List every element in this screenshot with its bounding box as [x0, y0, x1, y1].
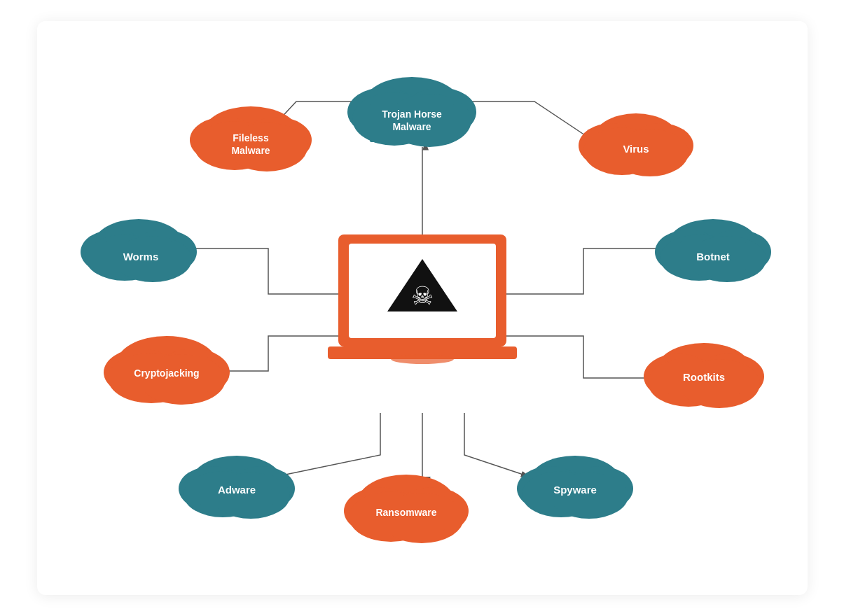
- node-spyware: Spyware: [517, 456, 633, 519]
- diagram-container: ☠ Trojan Horse Malware Virus: [37, 21, 808, 595]
- svg-text:Cryptojacking: Cryptojacking: [134, 368, 199, 379]
- node-cryptojacking: Cryptojacking: [104, 336, 230, 405]
- svg-text:Virus: Virus: [623, 143, 649, 155]
- svg-text:Rootkits: Rootkits: [683, 371, 725, 383]
- svg-text:Malware: Malware: [231, 145, 270, 156]
- node-adware: Adware: [179, 456, 295, 519]
- svg-text:Spyware: Spyware: [553, 484, 597, 496]
- node-worms: Worms: [81, 219, 197, 282]
- svg-text:Fileless: Fileless: [233, 132, 269, 144]
- svg-text:Botnet: Botnet: [696, 251, 730, 262]
- node-fileless: Fileless Malware: [190, 106, 312, 172]
- svg-text:Worms: Worms: [123, 251, 158, 262]
- node-trojan: Trojan Horse Malware: [347, 77, 476, 147]
- svg-point-7: [391, 354, 454, 364]
- node-virus: Virus: [579, 113, 693, 176]
- node-botnet: Botnet: [655, 219, 771, 282]
- node-rootkits: Rootkits: [644, 343, 764, 408]
- svg-text:Malware: Malware: [392, 121, 431, 132]
- diagram-svg: ☠ Trojan Horse Malware Virus: [37, 21, 808, 595]
- svg-text:Ransomware: Ransomware: [375, 507, 436, 518]
- svg-text:Adware: Adware: [217, 484, 255, 496]
- svg-text:☠: ☠: [411, 281, 434, 310]
- node-ransomware: Ransomware: [344, 475, 469, 543]
- svg-text:Trojan Horse: Trojan Horse: [382, 108, 442, 120]
